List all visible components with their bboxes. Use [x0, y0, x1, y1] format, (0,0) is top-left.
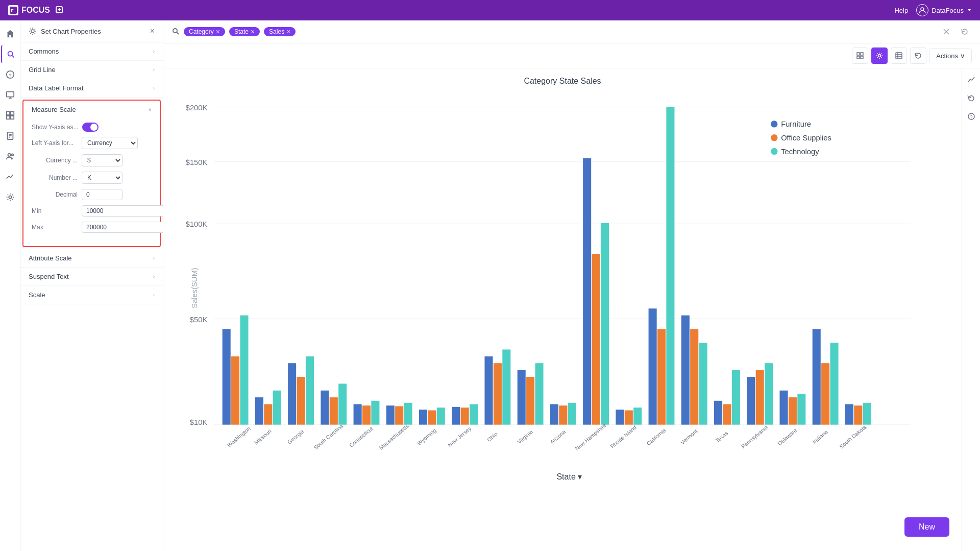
nav-help[interactable]: ? — [1, 65, 19, 84]
max-label: Max — [32, 224, 78, 231]
svg-text:California: California — [645, 427, 667, 446]
properties-panel: Set Chart Properties × Commons › Grid Li… — [20, 20, 163, 551]
svg-rect-78 — [452, 407, 460, 425]
nav-settings[interactable] — [1, 188, 19, 206]
nav-search[interactable] — [1, 45, 19, 63]
right-sidebar: ? — [962, 68, 980, 551]
grid-line-header[interactable]: Grid Line › — [20, 61, 163, 79]
filter-tag-state-close[interactable]: × — [251, 28, 255, 35]
svg-point-5 — [921, 8, 924, 11]
currency-select[interactable]: $ € £ ¥ — [82, 154, 122, 166]
svg-text:$50K: $50K — [190, 316, 208, 324]
attribute-scale-section: Attribute Scale › — [20, 249, 163, 268]
left-y-axis-label: Left Y-axis for... — [32, 139, 78, 147]
nav-doc[interactable] — [1, 127, 19, 145]
max-input[interactable] — [82, 222, 163, 233]
svg-rect-116 — [765, 363, 773, 424]
decimal-input[interactable] — [82, 189, 122, 200]
suspend-text-section: Suspend Text › — [20, 268, 163, 286]
actions-label: Actions — [936, 52, 958, 60]
svg-rect-123 — [821, 363, 829, 424]
svg-text:Texas: Texas — [714, 430, 729, 444]
show-y-axis-row: Show Y-axis as... — [32, 123, 152, 132]
nav-people[interactable] — [1, 147, 19, 165]
svg-rect-80 — [470, 404, 478, 424]
grid-line-label: Grid Line — [29, 66, 56, 74]
add-tab-button[interactable] — [55, 6, 63, 15]
topnav-right: Help DataFocus — [894, 4, 972, 16]
svg-text:$150K: $150K — [186, 158, 208, 166]
right-sidebar-line-chart-icon[interactable] — [964, 73, 978, 87]
svg-rect-118 — [779, 391, 788, 425]
right-sidebar-refresh-icon[interactable] — [964, 91, 978, 105]
svg-rect-94 — [583, 158, 591, 425]
svg-text:Technology: Technology — [781, 148, 819, 156]
svg-rect-99 — [625, 411, 633, 425]
filter-tag-state[interactable]: State × — [229, 27, 260, 36]
svg-rect-115 — [756, 370, 764, 425]
svg-rect-82 — [484, 356, 493, 425]
actions-button[interactable]: Actions ∨ — [929, 49, 972, 63]
filter-tag-category-close[interactable]: × — [216, 28, 220, 35]
chart-svg: $200K $150K $100K $50K $10K Sales(SUM) — [174, 90, 951, 486]
svg-line-27 — [177, 32, 179, 34]
filter-bar-right — [939, 25, 972, 39]
chart-type-card-button[interactable] — [852, 47, 868, 64]
topnav-left: F FOCUS — [8, 5, 63, 15]
svg-rect-104 — [666, 107, 674, 424]
svg-rect-119 — [789, 397, 797, 425]
new-button[interactable]: New — [904, 517, 949, 537]
svg-text:Sales(SUM): Sales(SUM) — [190, 268, 199, 308]
svg-rect-56 — [273, 391, 281, 425]
svg-point-25 — [31, 30, 34, 33]
svg-text:Virginia: Virginia — [516, 428, 534, 445]
topnav: F FOCUS Help DataFocus — [0, 0, 980, 20]
svg-text:$10K: $10K — [190, 418, 208, 426]
scale-header[interactable]: Scale › — [20, 286, 163, 304]
svg-rect-106 — [681, 316, 690, 425]
main-layout: ? Set Chart Properties — [0, 20, 980, 551]
number-row: Number ... K M B None — [32, 172, 152, 184]
svg-text:South Carolina: South Carolina — [312, 423, 344, 451]
data-label-header[interactable]: Data Label Format › — [20, 79, 163, 97]
attribute-scale-header[interactable]: Attribute Scale › — [20, 249, 163, 267]
nav-monitor[interactable] — [1, 86, 19, 104]
chart-type-table-button[interactable] — [891, 47, 907, 64]
filter-clear-button[interactable] — [939, 25, 953, 39]
data-label-chevron-icon: › — [153, 85, 155, 91]
number-select[interactable]: K M B None — [82, 172, 122, 184]
nav-home[interactable] — [1, 25, 19, 43]
app-name: FOCUS — [21, 6, 50, 15]
svg-rect-100 — [633, 408, 642, 424]
svg-rect-111 — [723, 404, 731, 424]
nav-analytics[interactable] — [1, 167, 19, 186]
username: DataFocus — [932, 7, 964, 14]
filter-tag-sales-close[interactable]: × — [286, 28, 290, 35]
nav-grid[interactable] — [1, 106, 19, 125]
chart-type-refresh-button[interactable] — [910, 47, 926, 64]
suspend-text-header[interactable]: Suspend Text › — [20, 268, 163, 285]
show-y-axis-toggle[interactable] — [82, 123, 99, 132]
currency-label: Currency ... — [32, 157, 78, 164]
svg-point-135 — [771, 148, 777, 155]
filter-search-button[interactable] — [172, 27, 180, 37]
help-button[interactable]: Help — [894, 7, 908, 14]
chart-type-gear-button[interactable] — [871, 47, 888, 64]
min-input[interactable] — [82, 205, 163, 217]
svg-text:Rhode Island: Rhode Island — [609, 424, 638, 449]
svg-rect-59 — [297, 377, 305, 425]
panel-close-button[interactable]: × — [150, 27, 155, 36]
filter-bar: Category × State × Sales × — [163, 20, 980, 43]
filter-tag-category[interactable]: Category × — [184, 27, 225, 36]
svg-rect-33 — [861, 56, 863, 59]
filter-tag-sales[interactable]: Sales × — [264, 27, 296, 36]
measure-scale-header[interactable]: Measure Scale ∧ — [23, 101, 160, 118]
left-y-axis-select[interactable]: Currency Number Percentage — [82, 137, 138, 149]
commons-header[interactable]: Commons › — [20, 42, 163, 60]
right-sidebar-help-icon[interactable]: ? — [964, 109, 978, 124]
svg-rect-51 — [231, 356, 239, 425]
svg-rect-14 — [6, 112, 9, 115]
svg-rect-74 — [419, 410, 427, 424]
filter-refresh-button[interactable] — [958, 25, 972, 39]
svg-rect-114 — [747, 377, 755, 425]
